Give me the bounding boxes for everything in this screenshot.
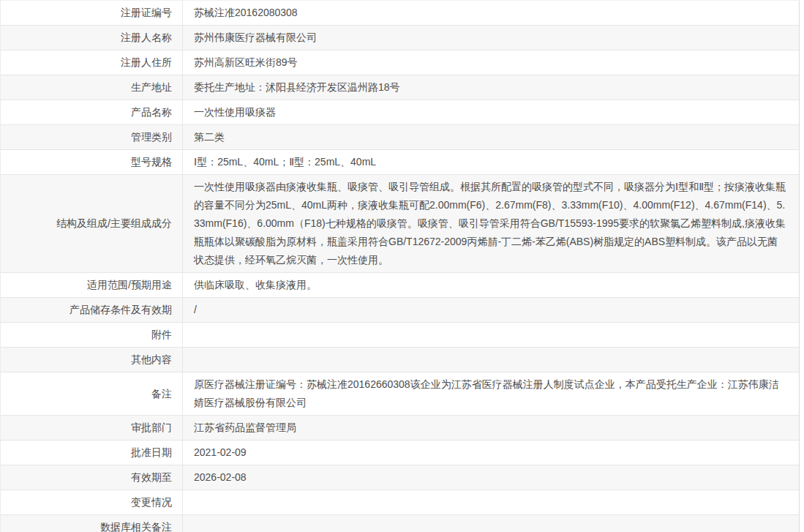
row-value: [183, 323, 799, 347]
table-row-database-remarks: 数据库相关备注: [1, 515, 799, 532]
row-value: [183, 515, 799, 532]
row-label: 型号规格: [1, 150, 183, 174]
row-label: 生产地址: [1, 75, 183, 100]
row-label: 批准日期: [1, 441, 183, 465]
row-value: 原医疗器械注册证编号：苏械注准20162660308该企业为江苏省医疗器械注册人…: [183, 372, 799, 415]
row-value: [183, 348, 799, 372]
row-value: [183, 490, 799, 514]
table-row-approval-date: 批准日期 2021-02-09: [1, 441, 799, 465]
row-value: 江苏省药品监督管理局: [183, 416, 799, 440]
row-label: 其他内容: [1, 348, 183, 372]
table-row-attachments: 附件: [1, 323, 799, 348]
row-label: 注册证编号: [1, 1, 183, 25]
row-value: Ⅰ型：25mL、40mL；Ⅱ型：25mL、40mL: [183, 150, 799, 174]
row-label: 管理类别: [1, 125, 183, 149]
row-value: 2026-02-08: [183, 465, 799, 490]
row-label: 产品储存条件及有效期: [1, 298, 183, 322]
table-row-approval-department: 审批部门 江苏省药品监督管理局: [1, 416, 799, 441]
row-value: 第二类: [183, 125, 799, 149]
row-value: 委托生产地址：沭阳县经济开发区温州路18号: [183, 75, 799, 100]
row-value: 苏州高新区旺米街89号: [183, 50, 799, 75]
row-value: /: [183, 298, 799, 322]
row-label: 适用范围/预期用途: [1, 273, 183, 297]
table-row-remarks: 备注 原医疗器械注册证编号：苏械注准20162660308该企业为江苏省医疗器械…: [1, 372, 799, 416]
row-label: 注册人住所: [1, 50, 183, 75]
row-label: 结构及组成/主要组成成分: [1, 175, 183, 272]
row-label: 数据库相关备注: [1, 515, 183, 532]
table-row-structure-composition: 结构及组成/主要组成成分 一次性使用吸痰器由痰液收集瓶、吸痰管、吸引导管组成。根…: [1, 175, 799, 273]
row-value: 一次性使用吸痰器: [183, 100, 799, 124]
row-value: 苏械注准20162080308: [183, 1, 799, 25]
row-label: 注册人名称: [1, 26, 183, 50]
table-row-storage-validity: 产品储存条件及有效期 /: [1, 298, 799, 323]
row-label: 附件: [1, 323, 183, 347]
table-row-valid-until: 有效期至 2026-02-08: [1, 465, 799, 490]
row-value: 供临床吸取、收集痰液用。: [183, 273, 799, 297]
row-label: 变更情况: [1, 490, 183, 514]
table-row-change-status: 变更情况: [1, 490, 799, 515]
table-row-other-content: 其他内容: [1, 348, 799, 372]
row-label: 审批部门: [1, 416, 183, 440]
row-value: 苏州伟康医疗器械有限公司: [183, 26, 799, 50]
row-label: 有效期至: [1, 465, 183, 490]
row-value: 一次性使用吸痰器由痰液收集瓶、吸痰管、吸引导管组成。根据其所配置的吸痰管的型式不…: [183, 175, 799, 272]
table-row-model-spec: 型号规格 Ⅰ型：25mL、40mL；Ⅱ型：25mL、40mL: [1, 150, 799, 175]
table-row-registrant-address: 注册人住所 苏州高新区旺米街89号: [1, 50, 799, 75]
row-label: 备注: [1, 372, 183, 415]
registration-record-page: 注册证编号 苏械注准20162080308 注册人名称 苏州伟康医疗器械有限公司…: [0, 0, 804, 532]
table-row-registrant-name: 注册人名称 苏州伟康医疗器械有限公司: [1, 26, 799, 50]
table-row-management-category: 管理类别 第二类: [1, 125, 799, 150]
table-row-product-name: 产品名称 一次性使用吸痰器: [1, 100, 799, 125]
row-value: 2021-02-09: [183, 441, 799, 465]
device-registration-table: 注册证编号 苏械注准20162080308 注册人名称 苏州伟康医疗器械有限公司…: [0, 0, 800, 532]
table-row-intended-use: 适用范围/预期用途 供临床吸取、收集痰液用。: [1, 273, 799, 298]
table-row-registration-number: 注册证编号 苏械注准20162080308: [1, 1, 799, 26]
table-row-production-address: 生产地址 委托生产地址：沭阳县经济开发区温州路18号: [1, 75, 799, 100]
row-label: 产品名称: [1, 100, 183, 124]
